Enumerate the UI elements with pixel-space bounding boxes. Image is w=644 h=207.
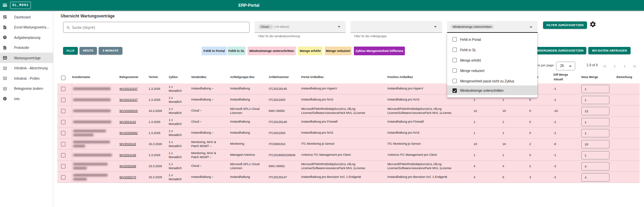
svg-text:x: x bbox=[4, 27, 5, 28]
